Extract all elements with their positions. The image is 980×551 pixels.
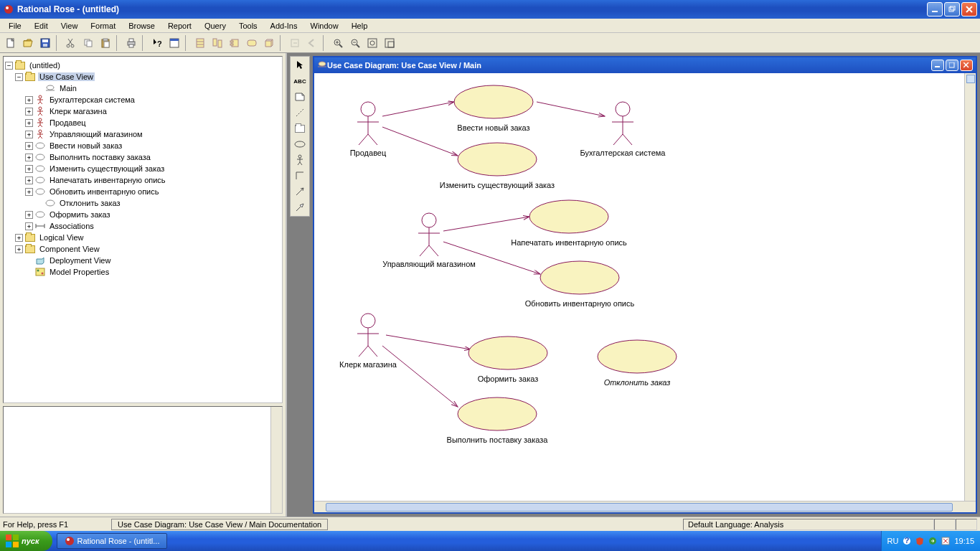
actor-bukh[interactable]: Бухгалтерская система: [580, 102, 666, 157]
actor-tool-icon[interactable]: [292, 153, 308, 167]
svg-point-67: [36, 166, 44, 171]
canvas-hscrollbar[interactable]: [314, 501, 976, 512]
tree-usecase[interactable]: +Обновить инвентарную опись: [5, 186, 281, 197]
undo-fit-icon[interactable]: [382, 35, 397, 51]
dependency-tool-icon[interactable]: [292, 184, 308, 199]
tree-associations[interactable]: +Associations: [5, 220, 281, 232]
tree-actor[interactable]: +Бухгалтерская система: [5, 94, 281, 105]
menu-window[interactable]: Window: [305, 20, 344, 32]
anchor-tool-icon[interactable]: [292, 105, 308, 120]
documentation-area[interactable]: [3, 406, 283, 514]
taskbar-item[interactable]: Rational Rose - (untitl...: [57, 533, 168, 549]
menu-format[interactable]: Format: [85, 20, 121, 32]
view-doc-icon[interactable]: [166, 35, 182, 51]
tree-deployment-view[interactable]: Deployment View: [5, 255, 281, 266]
actor-prodavec[interactable]: Продавец: [350, 102, 387, 157]
status-doc-tab[interactable]: Use Case Diagram: Use Case View / Main D…: [111, 519, 328, 530]
save-icon[interactable]: [37, 35, 53, 51]
fit-window-icon[interactable]: [364, 35, 380, 51]
usecase-reject-order[interactable]: Отклонить заказ: [598, 340, 677, 387]
canvas-vscrollbar[interactable]: [964, 73, 976, 501]
new-icon[interactable]: [3, 35, 19, 51]
association-tool-icon[interactable]: [292, 169, 308, 183]
usecase-new-order[interactable]: Ввести новый заказ: [454, 85, 533, 132]
package-tool-icon[interactable]: [292, 121, 308, 136]
tool-palette: ABC: [290, 56, 310, 217]
system-tray[interactable]: RU ? 19:15: [881, 531, 980, 551]
tree-usecase[interactable]: +Изменить существующий заказ: [5, 163, 281, 174]
doc-scrollbar[interactable]: [270, 407, 282, 513]
copy-icon[interactable]: [80, 35, 96, 51]
menu-help[interactable]: Help: [346, 20, 374, 32]
tree-usecase[interactable]: +Выполнить поставку заказа: [5, 151, 281, 163]
usecase-print-inventory[interactable]: Напечатать инвентарную опись: [511, 200, 627, 247]
usecase-update-inventory[interactable]: Обновить инвентарную опись: [525, 261, 635, 308]
svg-line-101: [359, 134, 368, 145]
diagram-canvas[interactable]: Продавец Бухгалтерская система: [314, 73, 976, 512]
svg-point-68: [36, 177, 44, 183]
tree-component-view[interactable]: +Component View: [5, 243, 281, 255]
menu-view[interactable]: View: [55, 20, 84, 32]
diagram-minimize-button[interactable]: [931, 60, 944, 71]
note-tool-icon[interactable]: [292, 90, 308, 104]
browse-component-icon[interactable]: [227, 35, 242, 51]
browse-prev-icon[interactable]: [304, 35, 320, 51]
usecase-tool-icon[interactable]: [292, 137, 308, 151]
cut-icon[interactable]: [63, 35, 79, 51]
tree-logical-view[interactable]: +Logical View: [5, 232, 281, 243]
context-help-icon[interactable]: ?: [149, 35, 165, 51]
paste-icon[interactable]: [98, 35, 113, 51]
usecase-edit-order[interactable]: Изменить существующий заказ: [440, 143, 555, 189]
tree-usecase[interactable]: +Ввести новый заказ: [5, 140, 281, 151]
browse-interaction-icon[interactable]: [209, 35, 225, 51]
open-icon[interactable]: [20, 35, 36, 51]
tree-root[interactable]: −(untitled): [5, 60, 281, 71]
print-icon[interactable]: [123, 35, 139, 51]
pointer-tool-icon[interactable]: [292, 58, 308, 72]
menu-report[interactable]: Report: [162, 20, 197, 32]
tray-help-icon[interactable]: ?: [903, 537, 911, 545]
tray-shield-icon[interactable]: [915, 537, 924, 545]
tree-model-properties[interactable]: Model Properties: [5, 266, 281, 278]
browse-deployment-icon[interactable]: [261, 35, 277, 51]
diagram-maximize-button[interactable]: [946, 60, 958, 71]
diagram-close-button[interactable]: [960, 60, 973, 71]
svg-rect-8: [43, 44, 47, 47]
tree-usecase[interactable]: +Напечатать инвентарную опись: [5, 174, 281, 186]
actor-clerk[interactable]: Клерк магазина: [339, 314, 397, 369]
actor-manager[interactable]: Управляющий магазином: [382, 213, 476, 268]
tray-x-icon[interactable]: [941, 537, 950, 545]
text-tool-icon[interactable]: ABC: [292, 74, 308, 88]
close-button[interactable]: [961, 2, 977, 17]
tree-usecase[interactable]: +Оформить заказ: [5, 209, 281, 220]
tree-main[interactable]: Main: [5, 83, 281, 94]
restore-button[interactable]: [944, 2, 960, 17]
tray-clock[interactable]: 19:15: [954, 537, 974, 545]
browse-parent-icon[interactable]: [287, 35, 303, 51]
menu-tools[interactable]: Tools: [233, 20, 263, 32]
tree-actor[interactable]: +Клерк магазина: [5, 105, 281, 117]
tray-arrow-icon[interactable]: [928, 537, 937, 545]
menu-browse[interactable]: Browse: [123, 20, 161, 32]
browse-class-icon[interactable]: [192, 35, 208, 51]
usecase-deliver-order[interactable]: Выполнить поставку заказа: [447, 397, 549, 444]
tree-use-case-view[interactable]: −Use Case View: [5, 71, 281, 83]
menu-query[interactable]: Query: [199, 20, 232, 32]
zoom-out-icon[interactable]: [347, 35, 363, 51]
generalization-tool-icon[interactable]: [292, 200, 308, 215]
minimize-button[interactable]: [927, 2, 943, 17]
menu-file[interactable]: File: [3, 20, 27, 32]
browse-state-icon[interactable]: [244, 35, 260, 51]
usecase-process-order[interactable]: Оформить заказ: [468, 336, 547, 383]
menu-addins[interactable]: Add-Ins: [265, 20, 303, 32]
model-tree[interactable]: −(untitled) −Use Case View Main +Бухгалт…: [3, 56, 283, 403]
svg-rect-41: [385, 39, 394, 47]
start-button[interactable]: пуск: [0, 531, 52, 551]
tree-actor[interactable]: +Продавец: [5, 117, 281, 128]
diagram-title: Use Case Diagram: Use Case View / Main: [327, 61, 931, 70]
tree-actor[interactable]: +Управляющий магазином: [5, 128, 281, 140]
tree-usecase[interactable]: Отклонить заказ: [5, 197, 281, 209]
menu-edit[interactable]: Edit: [29, 20, 54, 32]
zoom-in-icon[interactable]: [330, 35, 346, 51]
tray-lang[interactable]: RU: [887, 537, 899, 545]
